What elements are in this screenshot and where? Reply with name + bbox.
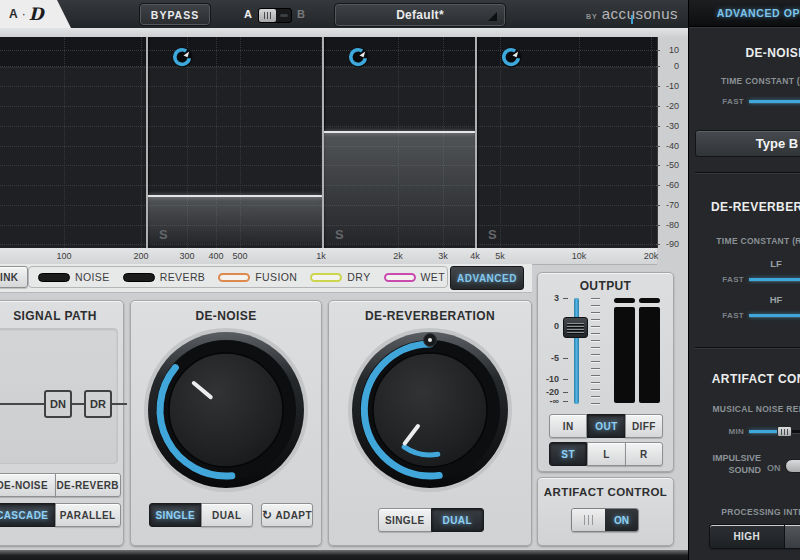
button-low[interactable]: LOW: [784, 524, 800, 549]
ab-label-a[interactable]: A: [244, 8, 252, 20]
freq-tick-label: 5k: [495, 251, 505, 261]
section-divider: [695, 172, 800, 173]
db-tick-label: -10: [660, 81, 679, 91]
band-solo-button[interactable]: S: [159, 227, 168, 242]
freq-tick-label: 400: [208, 251, 223, 261]
band-adapt-icon[interactable]: [172, 47, 193, 68]
adv-artifact-title: ARTIFACT CONTROL: [689, 372, 800, 386]
button-l[interactable]: L: [587, 442, 625, 466]
legend-swatch-dry[interactable]: [310, 273, 342, 282]
artifact-control-toggle[interactable]: ON: [571, 508, 639, 532]
noise-type-button[interactable]: Type B: [695, 130, 800, 157]
window-gap-strip: [0, 28, 688, 37]
preset-dropdown[interactable]: Default*: [335, 4, 505, 26]
slider-track[interactable]: [749, 314, 800, 317]
button-dual[interactable]: DUAL: [201, 503, 254, 527]
button-single[interactable]: SINGLE: [149, 503, 202, 527]
frequency-axis: 1002003004005001k2k3k4k5k10k20k: [0, 248, 657, 265]
button-out[interactable]: OUT: [587, 414, 625, 438]
dereverb-title: DE-REVERBERATION: [329, 309, 531, 323]
toggle-grip-icon: [572, 509, 605, 531]
top-bar: A · D BYPASS A B Default* BY accusonus: [0, 0, 688, 29]
button-r[interactable]: R: [625, 442, 663, 466]
musical-noise-label: MUSICAL NOISE REDUCTION: [689, 404, 800, 414]
preset-value: Default*: [396, 8, 444, 22]
fader-tick: [591, 375, 600, 376]
link-button[interactable]: LINK: [0, 266, 28, 288]
slider-track[interactable]: [749, 430, 800, 433]
band-adapt-icon[interactable]: [501, 47, 522, 68]
button-high[interactable]: HIGH: [709, 524, 785, 549]
db-tick-label: -20: [660, 101, 679, 111]
band-solo-button[interactable]: S: [488, 227, 497, 242]
button-st[interactable]: ST: [549, 442, 587, 466]
toggle-on-label: ON: [605, 509, 638, 531]
button-de-noise[interactable]: DE-NOISE: [0, 473, 56, 497]
slider-handle[interactable]: [777, 426, 792, 437]
fader-tick: [591, 305, 600, 306]
button-diff[interactable]: DIFF: [625, 414, 663, 438]
legend-swatch-wet[interactable]: [384, 273, 416, 282]
band-divider[interactable]: [475, 37, 477, 248]
ab-label-b[interactable]: B: [297, 8, 305, 20]
denoise-mode-row: SINGLEDUAL: [149, 503, 253, 527]
hf-time-constant-slider[interactable]: FAST: [749, 308, 800, 322]
db-tick-label: 10: [660, 45, 679, 55]
button-single[interactable]: SINGLE: [378, 508, 432, 532]
processing-intensity-label: PROCESSING INTENSITY: [689, 507, 800, 517]
legend-swatch-fusion[interactable]: [218, 273, 250, 282]
ab-toggle-handle-icon[interactable]: [259, 9, 276, 22]
button-in[interactable]: IN: [549, 414, 587, 438]
output-monitor-row: INOUTDIFF: [549, 414, 663, 438]
denoise-knob[interactable]: [141, 325, 311, 495]
advanced-toggle-button[interactable]: ADVANCED: [450, 266, 524, 290]
bypass-button[interactable]: BYPASS: [140, 4, 210, 25]
band-threshold-line[interactable]: [324, 131, 475, 133]
brand-name: accusonus: [602, 5, 678, 22]
hf-label: HF: [689, 294, 800, 305]
ab-toggle[interactable]: [258, 8, 292, 23]
era-d-logo: A · D: [0, 0, 72, 28]
fader-tick: [591, 333, 600, 334]
fader-tick: [591, 389, 600, 390]
band-adapt-icon[interactable]: [348, 47, 369, 68]
output-fader-handle[interactable]: [563, 317, 588, 338]
button-cascade[interactable]: CASCADE: [0, 503, 56, 527]
freq-tick-label: 1k: [316, 251, 326, 261]
adv-dereverb-title: DE-REVERBERATION: [689, 200, 800, 214]
fader-tick: [591, 319, 600, 320]
db-tick-label: -40: [660, 141, 679, 151]
legend-swatch-reverb[interactable]: [123, 273, 155, 282]
slider-track[interactable]: [749, 100, 800, 103]
button-parallel[interactable]: PARALLEL: [55, 503, 122, 527]
level-meter-right: [639, 307, 660, 403]
button-dual[interactable]: DUAL: [431, 508, 485, 532]
button-de-reverb[interactable]: DE-REVERB: [55, 473, 122, 497]
slider-min-label: FAST: [704, 311, 744, 320]
fader-tick: [591, 298, 600, 299]
spectrum-headroom-strip: [0, 37, 657, 68]
denoise-time-constant-slider[interactable]: FAST: [749, 94, 800, 108]
dereverb-knob[interactable]: [345, 325, 515, 495]
db-gridline: [0, 244, 657, 245]
slider-track[interactable]: [749, 278, 800, 281]
musical-noise-slider[interactable]: MIN: [749, 424, 800, 438]
band-solo-button[interactable]: S: [335, 227, 344, 242]
impulsive-sound-toggle[interactable]: [785, 459, 800, 473]
legend-item-reverb: REVERB: [123, 271, 206, 283]
impulsive-on-label: ON: [767, 463, 781, 473]
adapt-button[interactable]: ↻ ADAPT: [261, 503, 313, 527]
band-threshold-line[interactable]: [148, 195, 322, 197]
legend-swatch-noise[interactable]: [38, 273, 70, 282]
db-gridline: [0, 86, 657, 87]
fader-tick: [591, 326, 600, 327]
lf-time-constant-slider[interactable]: FAST: [749, 272, 800, 286]
db-gridline: [0, 126, 657, 127]
band-below-threshold-fill: [324, 133, 475, 244]
output-fader-track[interactable]: [574, 298, 579, 404]
freq-gridline: [500, 37, 501, 248]
plugin-window: A · D BYPASS A B Default* BY accusonus: [0, 0, 800, 560]
freq-gridline: [141, 37, 142, 248]
output-channel-row: STLR: [549, 442, 663, 466]
spectrum-display[interactable]: SSS: [0, 37, 658, 248]
